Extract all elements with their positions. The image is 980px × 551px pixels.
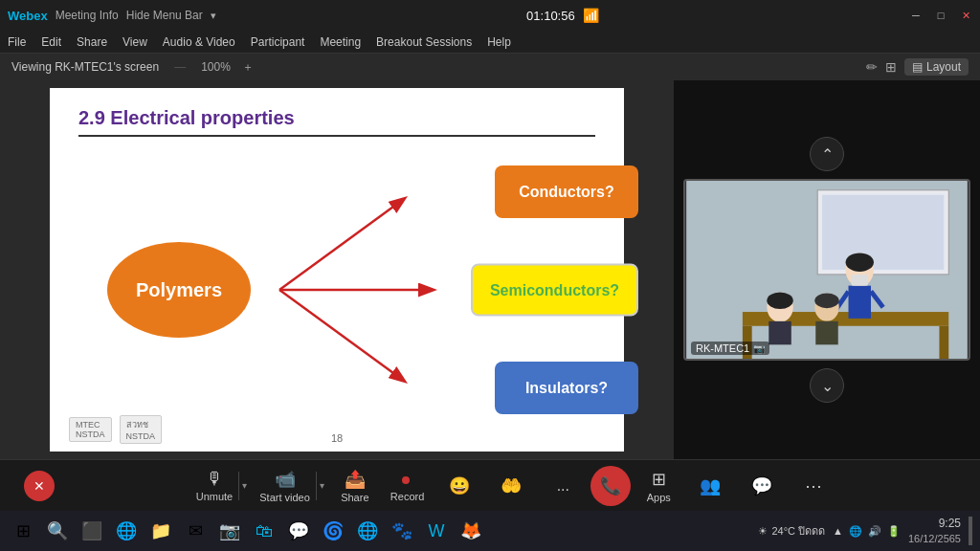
svg-point-21 xyxy=(814,293,838,308)
record-icon xyxy=(402,469,412,489)
taskbar: ⊞ 🔍 ⬛ 🌐 📁 ✉ 📷 🛍 💬 🌀 🌐 🐾 W 🦊 ☀ 24°C ปิดดด… xyxy=(0,511,980,551)
clock: 01:10:56 xyxy=(526,9,575,23)
camera-icon[interactable]: 📷 xyxy=(214,516,245,546)
reactions-btn[interactable]: 😀 xyxy=(435,472,483,500)
menu-file[interactable]: File xyxy=(8,35,26,49)
task-view-icon[interactable]: ⬛ xyxy=(77,516,107,546)
conductor-box: Conductors? xyxy=(495,165,638,218)
slide-area: 2.9 Electrical properties Polymers xyxy=(0,80,674,459)
video-split-btn: 📹 Start video ▾ xyxy=(254,465,327,507)
files-icon[interactable]: 📁 xyxy=(145,516,176,546)
menu-edit[interactable]: Edit xyxy=(41,35,61,49)
line-icon[interactable]: 💬 xyxy=(283,516,314,546)
unmute-caret-btn[interactable]: ▾ xyxy=(238,472,250,500)
minimize-btn[interactable]: ─ xyxy=(909,9,923,22)
svg-rect-17 xyxy=(768,321,791,344)
main-content: 2.9 Electrical properties Polymers xyxy=(0,80,980,459)
svg-rect-14 xyxy=(851,275,868,286)
video-frame: RK-MTEC1 📷 xyxy=(683,179,970,361)
app2-icon[interactable]: 🐾 xyxy=(387,516,417,546)
zoom-plus-icon[interactable]: ＋ xyxy=(242,59,254,76)
participants-icon: 👥 xyxy=(700,475,721,496)
mail-icon[interactable]: ✉ xyxy=(180,516,211,546)
chat-icon: 💬 xyxy=(751,475,772,496)
chevron-up-sys[interactable]: ▲ xyxy=(833,525,843,537)
video-slash-icon: 📹 xyxy=(275,469,296,490)
share-btn[interactable]: 📤 Share xyxy=(331,465,379,507)
maximize-btn[interactable]: □ xyxy=(934,9,947,22)
apps-icon: ⊞ xyxy=(652,469,666,490)
video-main-btn[interactable]: 📹 Start video xyxy=(254,465,316,507)
video-panel: ⌃ xyxy=(674,80,980,459)
layout-btn[interactable]: ▤ Layout xyxy=(904,58,969,76)
end-call-btn[interactable]: 📞 xyxy=(590,466,631,506)
menu-bar: File Edit Share View Audio & Video Parti… xyxy=(0,31,980,54)
svg-line-2 xyxy=(279,290,404,381)
toolbar: ✕ 🎙 Unmute ▾ 📹 Start video ▾ 📤 Share xyxy=(0,459,980,511)
menu-audio-video[interactable]: Audio & Video xyxy=(163,35,235,49)
unmute-main-btn[interactable]: 🎙 Unmute xyxy=(190,465,239,506)
video-scene xyxy=(685,181,969,359)
more-options-btn[interactable]: ⋯ xyxy=(790,472,837,500)
meeting-info-btn[interactable]: Meeting Info xyxy=(56,9,119,22)
emoji-icon: 🤲 xyxy=(501,475,522,496)
polymer-ellipse: Polymers xyxy=(107,242,251,338)
webex-task-icon[interactable]: W xyxy=(421,516,452,546)
mic-slash-icon: 🎙 xyxy=(206,469,223,489)
semiconductor-box: Semiconductors? xyxy=(471,264,638,317)
svg-line-0 xyxy=(279,199,404,290)
close-btn[interactable]: ✕ xyxy=(959,9,972,22)
end-call-icon: 📞 xyxy=(600,475,621,496)
video-caret-btn[interactable]: ▾ xyxy=(316,472,327,500)
menu-meeting[interactable]: Meeting xyxy=(320,35,361,49)
mtec-logo: MTECNSTDA xyxy=(69,417,112,442)
hide-menubar-btn[interactable]: Hide Menu Bar xyxy=(126,9,203,22)
chevron-up-btn[interactable]: ⌃ xyxy=(810,137,844,171)
nstda-logo: สวทชNSTDA xyxy=(120,415,163,444)
share-bar-controls: ✏ ⊞ ▤ Layout xyxy=(866,58,969,76)
leave-icon: ✕ xyxy=(24,471,55,501)
slide-footer: MTECNSTDA สวทชNSTDA xyxy=(69,415,162,444)
menu-view[interactable]: View xyxy=(122,35,147,49)
weather-widget: ☀ 24°C ปิดดด xyxy=(758,522,825,540)
leave-btn[interactable]: ✕ xyxy=(15,467,63,505)
volume-icon[interactable]: 🔊 xyxy=(868,525,881,538)
menu-share[interactable]: Share xyxy=(77,35,107,49)
apps-btn[interactable]: ⊞ Apps xyxy=(635,465,682,507)
more-btn[interactable]: ... xyxy=(539,474,587,498)
video-cam-icon: 📷 xyxy=(753,343,765,354)
svg-point-15 xyxy=(846,253,874,272)
search-icon[interactable]: 🔍 xyxy=(42,516,73,546)
video-label: RK-MTEC1 📷 xyxy=(691,342,769,355)
show-desktop-btn[interactable] xyxy=(969,517,972,545)
menu-participant[interactable]: Participant xyxy=(251,35,305,49)
store-icon[interactable]: 🛍 xyxy=(249,516,279,546)
chrome-icon[interactable]: 🌐 xyxy=(352,516,383,546)
chat-btn[interactable]: 💬 xyxy=(738,472,786,500)
clock-date: 16/12/2565 xyxy=(908,532,961,546)
title-bar-center: 01:10:56 📶 xyxy=(526,8,599,23)
taskbar-right: ☀ 24°C ปิดดด ▲ 🌐 🔊 🔋 9:25 16/12/2565 xyxy=(758,516,972,546)
menu-help[interactable]: Help xyxy=(487,35,511,49)
emoji-btn[interactable]: 🤲 xyxy=(487,472,535,500)
annotate-icon[interactable]: ✏ xyxy=(866,59,878,75)
svg-rect-11 xyxy=(849,286,871,319)
fit-icon[interactable]: ⊞ xyxy=(885,59,897,75)
slide-diagram: Polymers xyxy=(78,156,595,424)
chevron-down-btn[interactable]: ⌄ xyxy=(810,368,844,403)
title-bar-right: ─ □ ✕ xyxy=(909,9,972,22)
battery-icon: 🔋 xyxy=(887,525,901,538)
app3-icon[interactable]: 🦊 xyxy=(456,516,486,546)
edge-icon[interactable]: 🌐 xyxy=(111,516,142,546)
clock-time: 9:25 xyxy=(908,516,961,532)
share-viewing-label: Viewing RK-MTEC1's screen xyxy=(11,60,159,74)
menu-breakout[interactable]: Breakout Sessions xyxy=(376,35,472,49)
zoom-level: 100% xyxy=(201,60,231,74)
app1-icon[interactable]: 🌀 xyxy=(318,516,348,546)
participants-btn[interactable]: 👥 xyxy=(686,472,734,500)
record-btn[interactable]: Record xyxy=(383,465,432,506)
start-icon[interactable]: ⊞ xyxy=(8,516,38,546)
unmute-split-btn: 🎙 Unmute ▾ xyxy=(190,465,251,506)
taskbar-clock[interactable]: 9:25 16/12/2565 xyxy=(908,516,961,546)
insulator-box: Insulators? xyxy=(495,362,638,414)
